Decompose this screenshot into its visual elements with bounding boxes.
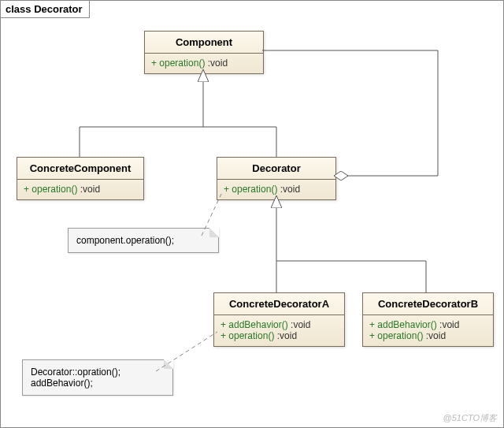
class-title: Decorator [217, 158, 335, 180]
class-concrete-decorator-a: ConcreteDecoratorA + addBehavior() :void… [213, 292, 345, 347]
class-title: Component [145, 32, 263, 54]
class-concrete-decorator-b: ConcreteDecoratorB + addBehavior() :void… [362, 292, 494, 347]
class-ops: + operation() :void [217, 180, 335, 199]
diagram-canvas: class Decorator Component + operation() … [0, 0, 504, 428]
class-title: ConcreteDecoratorB [363, 293, 493, 315]
note-component-operation: component.operation(); [68, 228, 219, 253]
class-concrete-component: ConcreteComponent + operation() :void [17, 157, 144, 200]
class-title: ConcreteComponent [17, 158, 143, 180]
class-ops: + operation() :void [145, 54, 263, 73]
class-component: Component + operation() :void [144, 31, 264, 74]
class-title: ConcreteDecoratorA [214, 293, 344, 315]
class-decorator: Decorator + operation() :void [217, 157, 336, 200]
class-ops: + addBehavior() :void + operation() :voi… [214, 315, 344, 346]
attribution-watermark: @51CTO博客 [443, 412, 497, 424]
class-ops: + addBehavior() :void + operation() :voi… [363, 315, 493, 346]
note-decorator-operation: Decorator::opration(); addBehavior(); [22, 359, 173, 396]
class-ops: + operation() :void [17, 180, 143, 199]
frame-title: class Decorator [1, 1, 90, 18]
